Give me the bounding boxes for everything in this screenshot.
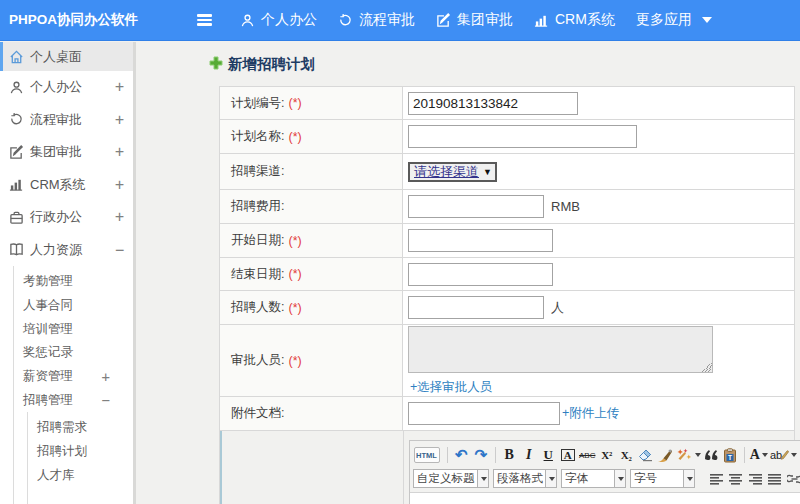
sidebar-item-hr-contract[interactable]: 人事合同 — [14, 294, 133, 318]
subscript-icon[interactable]: X₂ — [617, 446, 636, 465]
form-value-cell: +选择审批人员 — [403, 325, 794, 396]
sidebar-item-label: 招聘管理 — [23, 392, 73, 409]
nav-process-approval[interactable]: 流程审批 — [338, 11, 415, 29]
nav-more-apps[interactable]: 更多应用 — [636, 11, 712, 29]
form-row-plan-name: 计划名称:(*) — [220, 120, 794, 154]
collapse-minus-icon[interactable]: − — [102, 392, 110, 408]
form-row-recruit-count: 招聘人数:(*)人 — [220, 291, 794, 325]
plan-name-input[interactable] — [408, 125, 637, 148]
underline-icon[interactable]: U — [539, 446, 558, 465]
html-source-button[interactable]: HTML — [414, 447, 440, 463]
expand-plus-icon[interactable]: + — [115, 111, 124, 129]
form-label-cell: 招聘人数:(*) — [220, 291, 403, 324]
sidebar-item-recruit-mgmt[interactable]: 招聘管理− — [14, 388, 133, 412]
form-row-plan-number: 计划编号:(*) — [220, 87, 794, 120]
sidebar-item-crm-system[interactable]: CRM系统+ — [0, 169, 133, 202]
superscript-icon[interactable]: X² — [598, 446, 617, 465]
sidebar-item-label: 考勤管理 — [23, 273, 73, 290]
combo-value: 自定义标题 — [413, 469, 478, 488]
sidebar-item-group-approval[interactable]: 集团审批+ — [0, 136, 133, 169]
combo-value: 字体 — [561, 469, 615, 488]
expand-plus-icon[interactable]: + — [102, 369, 110, 385]
form-value-cell: 请选择渠道▼ — [403, 154, 794, 189]
font-box-icon[interactable]: A — [559, 446, 578, 465]
justify-icon[interactable] — [766, 469, 785, 488]
toolbar-row-1: HTML↶↷BIUAABCX²X₂TAab — [413, 443, 800, 467]
sidebar-item-personal-office[interactable]: 个人办公+ — [0, 71, 133, 104]
combo-arrow-icon[interactable] — [684, 469, 695, 488]
expand-plus-icon[interactable]: + — [115, 208, 124, 226]
align-center-icon[interactable] — [727, 469, 746, 488]
remove-format-eraser-icon[interactable] — [637, 446, 656, 465]
font-size-select[interactable]: 字号 — [630, 469, 695, 488]
redo-icon[interactable]: ↷ — [472, 446, 491, 465]
italic-icon[interactable]: I — [520, 446, 539, 465]
sidebar-item-label: 人事合同 — [23, 297, 73, 314]
sidebar-item-talent-pool[interactable]: 人才库 — [28, 463, 133, 487]
dropdown-arrow-icon — [791, 453, 797, 457]
undo-icon[interactable]: ↶ — [452, 446, 471, 465]
sidebar-item-process-approval[interactable]: 流程审批+ — [0, 104, 133, 137]
font-color-icon[interactable]: A — [750, 446, 769, 465]
approvers-textarea[interactable] — [408, 326, 713, 373]
custom-heading-select[interactable]: 自定义标题 — [413, 469, 489, 488]
expand-plus-icon[interactable]: + — [115, 143, 124, 161]
sidebar-item-reward-punish[interactable]: 奖惩记录 — [14, 341, 133, 365]
toolbar-row-2: 自定义标题段落格式字体字号 — [413, 467, 800, 490]
chart-icon — [534, 13, 555, 28]
align-right-icon[interactable] — [747, 469, 766, 488]
nav-personal-office[interactable]: 个人办公 — [240, 11, 317, 29]
format-painter-brush-icon[interactable] — [656, 446, 675, 465]
font-family-select[interactable]: 字体 — [561, 469, 626, 488]
sidebar-item-recruit-plan[interactable]: 招聘计划 — [28, 439, 133, 463]
sidebar-item-training-mgmt[interactable]: 培训管理 — [14, 317, 133, 341]
editor-toolbar: HTML↶↷BIUAABCX²X₂TAab自定义标题段落格式字体字号 — [410, 441, 800, 493]
approvers-choose-link[interactable]: +选择审批人员 — [410, 380, 492, 394]
editor-body[interactable] — [410, 493, 800, 504]
form-label-cell: 招聘渠道: — [220, 154, 403, 189]
process-icon — [338, 13, 359, 28]
combo-arrow-icon[interactable] — [546, 469, 557, 488]
plan-number-input[interactable] — [408, 92, 578, 115]
expand-plus-icon[interactable]: + — [115, 78, 124, 96]
sidebar-item-personal-desktop[interactable]: 个人桌面 — [0, 42, 133, 71]
hamburger-icon[interactable] — [197, 14, 212, 26]
sidebar-item-human-resources[interactable]: 人力资源− — [0, 234, 133, 267]
paste-text-clipboard-icon[interactable]: T — [721, 446, 740, 465]
sidebar: 个人桌面个人办公+流程审批+集团审批+CRM系统+行政办公+人力资源−考勤管理人… — [0, 42, 136, 504]
blockquote-icon[interactable] — [702, 446, 721, 465]
form-value-cell — [403, 87, 794, 119]
sidebar-item-attendance-mgmt[interactable]: 考勤管理 — [14, 270, 133, 294]
paragraph-format-select[interactable]: 段落格式 — [493, 469, 557, 488]
start-date-input[interactable] — [408, 229, 553, 252]
resize-grip-icon[interactable] — [702, 362, 712, 372]
form-label-cell: 计划名称:(*) — [220, 120, 403, 153]
form-row-end-date: 结束日期:(*) — [220, 258, 794, 291]
svg-text:ab: ab — [770, 449, 782, 461]
bold-icon[interactable]: B — [500, 446, 519, 465]
strikethrough-icon[interactable]: ABC — [578, 446, 597, 465]
recruit-channel-select[interactable]: 请选择渠道▼ — [408, 162, 497, 182]
expand-plus-icon[interactable]: + — [115, 176, 124, 194]
end-date-input[interactable] — [408, 263, 553, 286]
sidebar-item-salary-mgmt[interactable]: 薪资管理+ — [14, 365, 133, 389]
sidebar-submenu: 考勤管理人事合同培训管理奖惩记录薪资管理+招聘管理−招聘需求招聘计划人才库 — [13, 266, 133, 504]
nav-group-approval[interactable]: 集团审批 — [436, 11, 513, 29]
sidebar-item-admin-office[interactable]: 行政办公+ — [0, 201, 133, 234]
sidebar-item-label: 招聘计划 — [37, 443, 87, 460]
form-value-cell — [403, 258, 794, 290]
attachment-input[interactable] — [408, 402, 560, 425]
align-left-icon[interactable] — [708, 469, 727, 488]
emoticons-wand-icon[interactable] — [676, 446, 701, 465]
highlight-color-icon[interactable]: ab — [769, 446, 797, 465]
combo-arrow-icon[interactable] — [615, 469, 626, 488]
collapse-minus-icon[interactable]: − — [115, 241, 124, 259]
nav-crm-system[interactable]: CRM系统 — [534, 11, 615, 29]
combo-arrow-icon[interactable] — [478, 469, 489, 488]
recruit-count-input[interactable] — [408, 296, 544, 319]
sidebar-item-recruit-demand[interactable]: 招聘需求 — [28, 415, 133, 439]
recruit-cost-input[interactable] — [408, 195, 544, 218]
link-icon[interactable] — [786, 469, 800, 488]
attachment-upload-link[interactable]: +附件上传 — [562, 405, 619, 422]
input-suffix: RMB — [551, 199, 580, 214]
